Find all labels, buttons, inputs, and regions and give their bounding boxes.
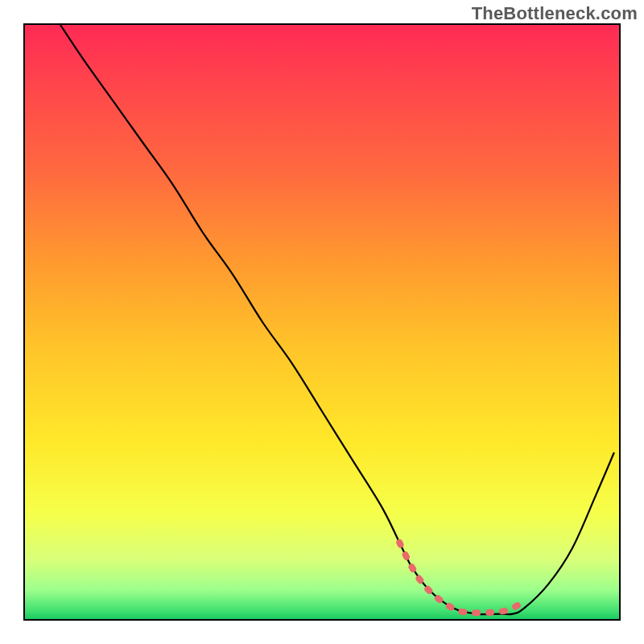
bottleneck-chart [0, 0, 644, 644]
watermark-text: TheBottleneck.com [472, 3, 638, 24]
chart-container: TheBottleneck.com [0, 0, 644, 644]
plot-background [24, 24, 620, 620]
